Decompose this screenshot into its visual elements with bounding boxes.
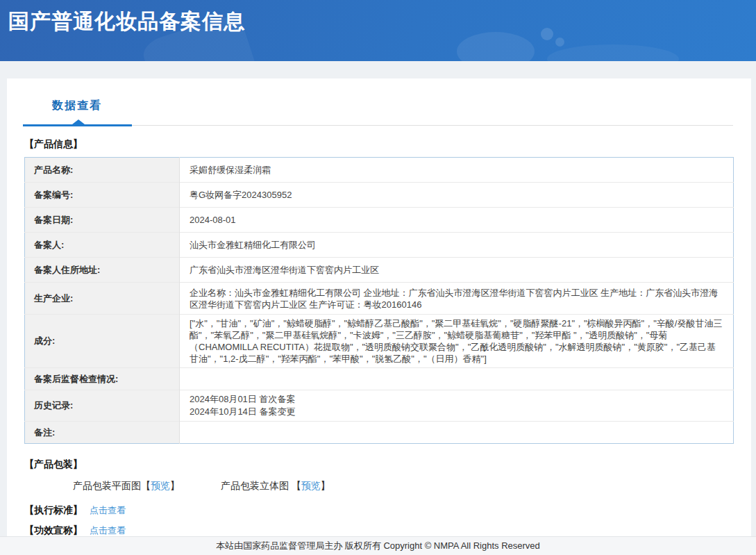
packaging-stereo-label: 产品包装立体图 【 [221,480,301,491]
standard-row: 【执行标准】点击查看 [24,504,751,517]
history-line: 2024年10月14日 备案变更 [190,406,723,418]
packaging-section-title: 【产品包装】 [24,458,751,471]
page-background: 数据查看 【产品信息】 产品名称: 采媚舒缓保湿柔润霜 备案编号: 粤G妆网备字… [0,61,756,536]
row-label: 历史记录: [25,390,180,422]
row-value: 企业名称：汕头市金雅虹精细化工有限公司 企业地址：广东省汕头市澄海区澄华街道下窖… [180,283,734,315]
header-decoration [555,38,564,47]
table-row-ingredients: 成分: ["水"，"甘油"，"矿油"，"鲸蜡硬脂醇"，"鲸蜡醇乙基己酸酯"，"聚… [25,315,734,368]
standard-view-link[interactable]: 点击查看 [90,505,126,515]
footer-copyright: 本站由国家药品监督管理局主办 版权所有 Copyright © NMPA All… [216,540,540,551]
row-value: 2024-08-01 [180,208,734,233]
product-info-table: 产品名称: 采媚舒缓保湿柔润霜 备案编号: 粤G妆网备字2024305952 备… [24,157,734,444]
table-row-registration-date: 备案日期: 2024-08-01 [25,208,734,233]
row-label: 产品名称: [25,158,180,183]
history-line: 2024年08月01日 首次备案 [190,393,723,406]
row-label: 备案编号: [25,183,180,208]
efficacy-row: 【功效宣称】点击查看 [24,524,751,537]
packaging-links-row: 产品包装平面图【预览】 产品包装立体图 【预览】 [73,480,751,492]
table-row-registrant: 备案人: 汕头市金雅虹精细化工有限公司 [25,233,734,258]
table-row-history: 历史记录: 2024年08月01日 首次备案 2024年10月14日 备案变更 [25,390,734,422]
table-row-manufacturer: 生产企业: 企业名称：汕头市金雅虹精细化工有限公司 企业地址：广东省汕头市澄海区… [25,283,734,315]
row-value: 广东省汕头市澄海区澄华街道下窖窖内片工业区 [180,258,734,283]
row-value: 2024年08月01日 首次备案 2024年10月14日 备案变更 [180,390,734,422]
table-row-product-name: 产品名称: 采媚舒缓保湿柔润霜 [25,158,734,183]
row-label: 备案人住所地址: [25,258,180,283]
standard-section-title: 【执行标准】 [24,504,83,515]
row-value: 粤G妆网备字2024305952 [180,183,734,208]
content-card: 数据查看 【产品信息】 产品名称: 采媚舒缓保湿柔润霜 备案编号: 粤G妆网备字… [7,78,751,536]
tab-bar: 数据查看 [7,78,751,126]
row-label: 备案后监督检查情况: [25,368,180,390]
efficacy-section-title: 【功效宣称】 [24,524,83,536]
packaging-stereo-item: 产品包装立体图 【预览】 [221,480,330,491]
row-value: ["水"，"甘油"，"矿油"，"鲸蜡硬脂醇"，"鲸蜡醇乙基己酸酯"，"聚二甲基硅… [180,315,734,368]
row-label: 生产企业: [25,283,180,315]
row-value: 采媚舒缓保湿柔润霜 [180,158,734,183]
tab-active-triangle-icon [72,119,85,124]
row-value [180,422,734,444]
tab-active-indicator [7,119,751,126]
efficacy-view-link[interactable]: 点击查看 [90,525,126,536]
page-title: 国产普通化妆品备案信息 [0,0,756,36]
packaging-stereo-preview-link[interactable]: 预览 [301,480,321,491]
table-row-registration-number: 备案编号: 粤G妆网备字2024305952 [25,183,734,208]
row-label: 成分: [25,315,180,368]
packaging-flat-label: 产品包装平面图【 [73,480,151,491]
page-footer: 本站由国家药品监督管理局主办 版权所有 Copyright © NMPA All… [0,536,756,555]
packaging-stereo-bracket: 】 [321,480,330,491]
table-row-supervision-check: 备案后监督检查情况: [25,368,734,390]
row-label: 备案人: [25,233,180,258]
row-label: 备案日期: [25,208,180,233]
tab-active-underline [23,124,132,126]
packaging-flat-item: 产品包装平面图【预览】 [73,480,180,491]
header-decoration [457,32,535,61]
table-row-registrant-address: 备案人住所地址: 广东省汕头市澄海区澄华街道下窖窖内片工业区 [25,258,734,283]
row-value: 汕头市金雅虹精细化工有限公司 [180,233,734,258]
row-value [180,368,734,390]
header-decoration [547,44,679,61]
packaging-flat-bracket: 】 [170,480,180,491]
table-row-remarks: 备注: [25,422,734,444]
product-info-section-title: 【产品信息】 [24,138,751,151]
page-header: 国产普通化妆品备案信息 [0,0,756,61]
tab-data-view[interactable]: 数据查看 [52,99,102,113]
packaging-flat-preview-link[interactable]: 预览 [151,480,170,491]
row-label: 备注: [25,422,180,444]
